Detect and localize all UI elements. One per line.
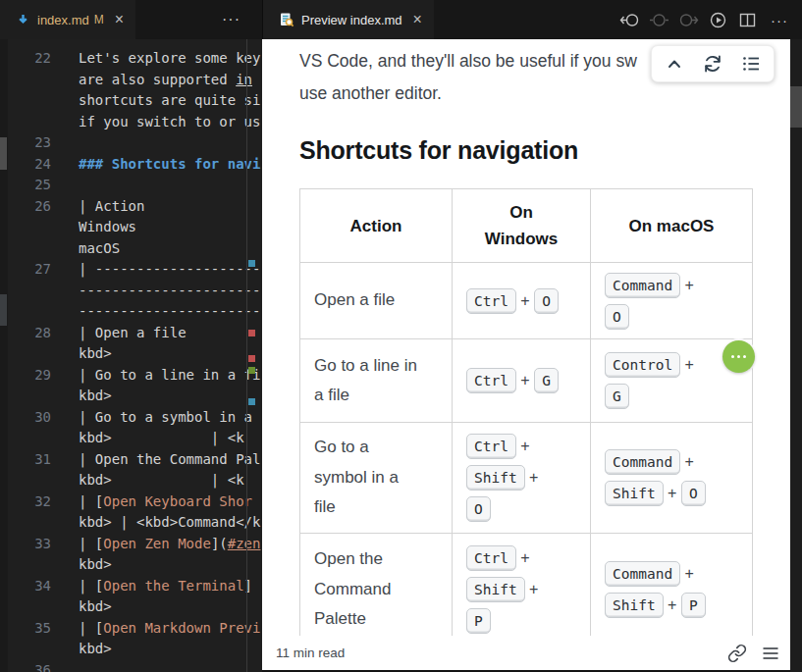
code-row[interactable]: 36: [0, 660, 262, 672]
markdown-down-arrow-icon: [16, 13, 30, 27]
code-row[interactable]: kbd>: [0, 554, 262, 576]
kbd-key: Ctrl: [466, 434, 516, 459]
code-segment: | Go to a symbol in a: [79, 409, 252, 425]
code-text: -----------------------: [51, 301, 262, 323]
tab-index-md[interactable]: index.md M ×: [0, 0, 135, 39]
line-number: [0, 112, 51, 133]
line-number: 31: [0, 449, 51, 471]
code-segment: | [: [79, 578, 103, 594]
shortcut-line: Shift +: [466, 462, 576, 493]
floating-assistant-button[interactable]: [722, 340, 755, 373]
shortcut-line: O: [605, 301, 738, 333]
code-text: Let's explore some key: [51, 48, 260, 70]
code-row[interactable]: 31| Open the Command Pal: [0, 449, 262, 471]
code-row[interactable]: Windows: [0, 217, 262, 238]
kbd-key: Ctrl: [466, 368, 516, 393]
code-segment: | Go to a line in a fi: [79, 367, 260, 383]
split-editor-icon[interactable]: [737, 10, 758, 30]
code-row[interactable]: -----------------------: [0, 301, 262, 323]
code-row[interactable]: 28| Open a file: [0, 323, 262, 344]
collapse-up-icon[interactable]: [664, 53, 685, 75]
more-actions-icon[interactable]: ···: [767, 12, 788, 28]
code-segment: are also supported: [79, 72, 236, 87]
code-row[interactable]: 35| [Open Markdown Previ: [0, 618, 262, 640]
tab-preview-index-md[interactable]: Preview index.md ×: [263, 0, 434, 39]
line-number: 33: [0, 534, 51, 555]
close-tab-icon[interactable]: ×: [115, 12, 124, 27]
close-tab-icon[interactable]: ×: [413, 12, 422, 27]
code-row[interactable]: -----------------------: [0, 281, 262, 302]
code-row[interactable]: 25: [0, 175, 262, 196]
code-row[interactable]: 22Let's explore some key: [0, 48, 262, 70]
code-row[interactable]: kbd>: [0, 596, 262, 618]
line-number: [0, 217, 51, 238]
code-segment: | [: [79, 536, 103, 551]
kbd-key: Ctrl: [466, 545, 516, 571]
refresh-icon[interactable]: [702, 53, 723, 75]
kbd-key: O: [681, 481, 706, 506]
code-segment: kbd> | <k: [79, 472, 244, 488]
code-text: Windows: [51, 217, 136, 238]
navigate-forward-icon[interactable]: [678, 10, 699, 30]
code-row[interactable]: are also supported in: [0, 70, 262, 91]
code-row[interactable]: 23: [0, 132, 262, 154]
tab-title: index.md: [37, 13, 89, 27]
navigate-previous-icon[interactable]: [649, 10, 669, 30]
code-row[interactable]: 32| [Open Keyboard Shor: [0, 491, 262, 513]
markdown-source-editor[interactable]: 22Let's explore some keyare also support…: [0, 39, 262, 672]
ruler-decoration: [248, 398, 255, 405]
code-segment: shortcuts are quite si: [79, 92, 260, 108]
more-tabs-button[interactable]: ···: [222, 11, 262, 28]
shortcut-cell: Ctrl + O: [453, 263, 591, 339]
code-row[interactable]: 29| Go to a line in a fi: [0, 365, 262, 387]
shortcut-line: Command +: [605, 446, 738, 478]
code-row[interactable]: kbd>: [0, 343, 262, 365]
code-segment: -----------------------: [79, 283, 262, 298]
code-segment: kbd>: [79, 556, 112, 572]
code-row[interactable]: macOS: [0, 238, 262, 260]
kbd-key: O: [534, 288, 559, 314]
code-text: | [Open Keyboard Shor: [51, 491, 252, 513]
line-number: 24: [0, 154, 51, 176]
code-row[interactable]: kbd>: [0, 639, 262, 660]
kbd-key: P: [466, 608, 491, 634]
kbd-key: Command: [605, 561, 680, 587]
scrollbar-thumb[interactable]: [790, 86, 802, 128]
table-body: Open a fileCtrl + OCommand + OGo to a li…: [300, 263, 753, 646]
code-row[interactable]: kbd> | <k: [0, 470, 262, 491]
code-row[interactable]: kbd>: [0, 386, 262, 407]
code-row[interactable]: 24### Shortcuts for navi: [0, 154, 262, 176]
read-time-label: 11 min read: [276, 646, 345, 660]
line-number: 28: [0, 323, 51, 344]
code-row[interactable]: 27| ---------------------: [0, 259, 262, 281]
menu-icon[interactable]: [760, 643, 780, 663]
navigate-back-icon[interactable]: [619, 10, 640, 30]
code-text: [51, 660, 79, 672]
editor-group-1-tabs: index.md M × ···: [0, 0, 262, 39]
line-number: [0, 281, 51, 302]
line-number: [0, 90, 51, 112]
code-segment: macOS: [79, 240, 120, 256]
editor-actions: ···: [619, 10, 802, 30]
shortcut-cell: Command + Shift + P: [591, 534, 753, 646]
table-row: Open a fileCtrl + OCommand + O: [300, 263, 753, 339]
list-icon[interactable]: [740, 53, 762, 75]
link-icon[interactable]: [726, 643, 747, 663]
code-row[interactable]: 33| [Open Zen Mode](#zen: [0, 534, 262, 555]
run-icon[interactable]: [708, 10, 728, 30]
line-number: [0, 386, 51, 407]
code-segment: | ---------------------: [79, 261, 262, 277]
plus-separator: +: [516, 372, 534, 388]
code-row[interactable]: 26| Action: [0, 196, 262, 218]
code-row[interactable]: if you switch to or us: [0, 112, 262, 133]
shortcut-cell: Command + O: [591, 263, 753, 339]
shortcut-line: Shift +: [466, 574, 576, 605]
table-row: Go to a line in a fileCtrl + GControl + …: [300, 339, 753, 423]
code-row[interactable]: shortcuts are quite si: [0, 90, 262, 112]
code-row[interactable]: kbd> | <kbd>Command</k: [0, 512, 262, 534]
code-row[interactable]: kbd> | <k: [0, 428, 262, 449]
shortcut-line: Ctrl +: [466, 431, 576, 462]
code-row[interactable]: 34| [Open the Terminal]: [0, 576, 262, 597]
code-row[interactable]: 30| Go to a symbol in a: [0, 407, 262, 429]
line-number: [0, 428, 51, 449]
